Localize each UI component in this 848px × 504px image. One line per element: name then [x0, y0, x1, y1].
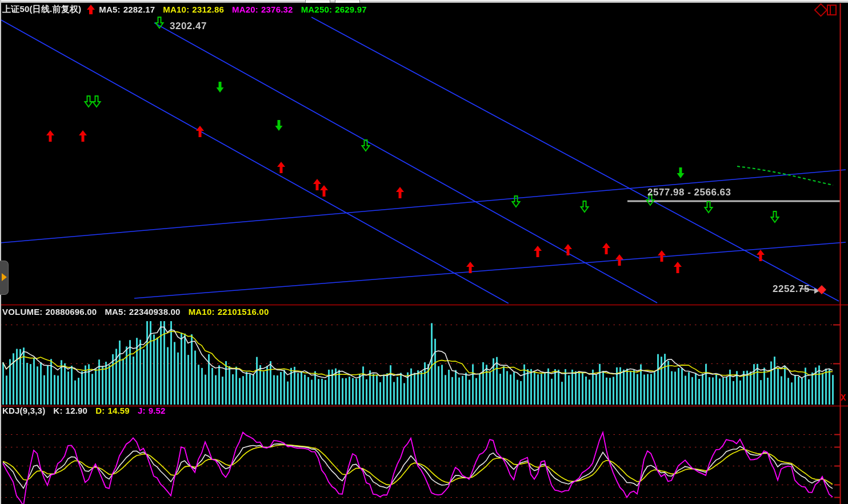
kdj-j-label: J:	[138, 406, 146, 415]
volume-label: VOLUME:	[2, 307, 43, 317]
peak-price-label: 3202.47	[170, 21, 207, 32]
red-up-arrow-icon	[87, 5, 95, 15]
stock-chart-window: 上证50(日线.前复权) MA5: 2282.17 MA10: 2312.86 …	[0, 0, 848, 504]
top-scroll-thumb-1[interactable]	[305, 0, 330, 3]
split-window-icon[interactable]	[827, 5, 837, 15]
instrument-title: 上证50(日线.前复权)	[2, 4, 81, 15]
close-indicator-button[interactable]: X	[841, 393, 846, 403]
vol-ma10-value: 22101516.00	[218, 307, 269, 317]
kdj-j-value: 9.52	[149, 406, 166, 415]
kdj-d-value: 14.59	[107, 406, 130, 415]
kdj-name: KDJ(9,3,3)	[2, 406, 45, 415]
price-pane-header: 上证50(日线.前复权) MA5: 2282.17 MA10: 2312.86 …	[2, 4, 367, 15]
low-price-label: 2252.75	[773, 283, 810, 295]
window-left-edge	[0, 0, 1, 504]
window-top-edge	[0, 0, 848, 3]
ma250-label: MA250:	[301, 5, 333, 14]
resistance-range-label: 2577.98 - 2566.63	[647, 187, 731, 198]
ma10-value: 2312.86	[192, 5, 224, 14]
ma5-label: MA5:	[99, 5, 120, 14]
kdj-k-label: K:	[53, 406, 62, 415]
top-scroll-thumb-2[interactable]	[335, 0, 360, 3]
kdj-pane-header: KDJ(9,3,3) K: 12.90 D: 14.59 J: 9.52	[2, 406, 166, 415]
vol-ma5-label: MA5:	[105, 307, 126, 317]
ma20-value: 2376.32	[261, 5, 293, 14]
vol-ma5-value: 22340938.00	[129, 307, 181, 317]
kdj-k-value: 12.90	[66, 406, 88, 415]
expand-arrow-icon	[2, 273, 7, 281]
chart-canvas[interactable]	[0, 0, 848, 504]
ma10-label: MA10:	[163, 5, 189, 14]
ma5-value: 2282.17	[123, 5, 155, 14]
volume-pane-header: VOLUME: 20880696.00 MA5: 22340938.00 MA1…	[2, 307, 269, 317]
sidebar-expand-tab[interactable]	[0, 261, 9, 295]
split-window-divider	[830, 6, 831, 14]
volume-value: 20880696.00	[46, 307, 97, 317]
vol-ma10-label: MA10:	[189, 307, 215, 317]
ma250-value: 2629.97	[335, 5, 367, 14]
kdj-d-label: D:	[95, 406, 105, 415]
ma20-label: MA20:	[232, 5, 258, 14]
